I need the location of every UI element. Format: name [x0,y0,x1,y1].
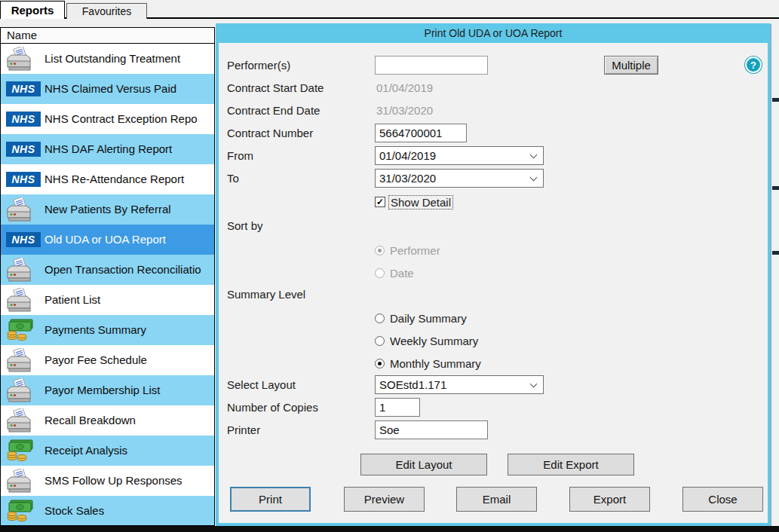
list-item[interactable]: NHSNHS Re-Attendance Report [1,164,214,194]
contract-end-label: Contract End Date [227,103,320,118]
tab-reports-label: Reports [11,4,54,17]
money-icon [5,315,43,345]
from-dropdown[interactable]: 01/04/2019 [375,146,544,165]
list-item[interactable]: NHSOld UDA or UOA Report [1,225,214,255]
printer-icon [5,405,43,436]
radio-option[interactable]: Weekly Summary [375,334,478,347]
tab-favourites-label: Favourites [82,5,131,17]
printer-input[interactable]: Soe [375,420,488,439]
printer-icon [5,194,43,225]
nhs-icon: NHS [5,74,43,104]
chevron-down-icon [530,381,538,388]
list-item-label: Payor Membership List [44,375,160,405]
list-item[interactable]: Payor Membership List [1,375,214,405]
preview-button[interactable]: Preview [344,487,425,512]
nhs-icon: NHS [5,225,43,255]
radio-option[interactable]: Monthly Summary [375,356,481,370]
radio-option-label: Performer [390,244,440,257]
list-item[interactable]: NHSNHS Contract Exception Repo [1,104,214,134]
nhs-icon: NHS [5,104,43,134]
list-item[interactable]: Recall Breakdown [1,405,214,436]
money-icon [5,436,43,466]
list-item-label: Open Transaction Reconciliatio [44,255,201,285]
window-edge-mark [772,98,779,102]
radio-button-icon [375,246,385,255]
contract-end-value: 31/03/2020 [376,103,433,118]
report-list: List Outstanding TreatmentNHSNHS Claimed… [1,44,214,526]
list-item-label: New Patients By Referral [44,194,171,225]
list-item-label: Payor Fee Schedule [44,345,147,375]
list-item-label: NHS Re-Attendance Report [44,164,184,194]
multiple-button[interactable]: Multiple [604,56,658,75]
list-item-label: Receipt Analysis [44,436,127,466]
tab-reports[interactable]: Reports [0,1,65,19]
radio-button-icon[interactable] [375,336,385,346]
from-dropdown-value: 01/04/2019 [379,149,436,162]
list-item-label: NHS DAF Alerting Report [44,134,172,164]
contract-number-input[interactable]: 5664700001 [375,124,467,142]
to-dropdown[interactable]: 31/03/2020 [375,169,544,188]
radio-option-label: Daily Summary [390,312,467,325]
list-column-header-name[interactable]: Name [1,28,214,44]
radio-option: Date [375,266,414,280]
to-dropdown-value: 31/03/2020 [379,172,436,185]
radio-option-label: Weekly Summary [390,335,478,347]
printer-icon [5,345,43,375]
close-button[interactable]: Close [682,487,763,512]
list-item[interactable]: Open Transaction Reconciliatio [1,255,214,285]
list-item[interactable]: Stock Sales [1,496,214,526]
window-edge-mark [772,251,779,255]
copies-input[interactable]: 1 [375,398,420,417]
list-item[interactable]: Patient List [1,285,214,315]
nhs-icon: NHS [5,164,43,194]
list-item[interactable]: Receipt Analysis [1,436,214,466]
export-button[interactable]: Export [569,487,650,512]
select-layout-dropdown[interactable]: SOEstd1.171 [375,375,544,394]
radio-button-icon[interactable] [375,359,385,368]
tab-favourites[interactable]: Favourites [66,3,147,19]
performers-input[interactable] [375,56,488,75]
from-label: From [227,148,253,164]
chevron-down-icon [530,174,538,182]
print-button[interactable]: Print [230,487,311,512]
window-bottom-bar [0,526,779,532]
radio-option[interactable]: Daily Summary [375,311,467,325]
money-icon [5,496,43,526]
list-item-label: Patient List [44,285,100,315]
list-item-label: SMS Follow Up Responses [44,466,182,496]
contract-number-label: Contract Number [227,126,313,141]
nhs-icon: NHS [5,134,43,164]
list-item[interactable]: NHSNHS Claimed Versus Paid [1,74,214,104]
email-button[interactable]: Email [456,487,537,512]
list-item[interactable]: SMS Follow Up Responses [1,466,214,496]
list-item-label: Stock Sales [44,496,104,526]
show-detail-checkbox[interactable] [375,197,385,207]
radio-button-icon[interactable] [375,313,385,323]
list-item-label: Old UDA or UOA Report [44,225,166,255]
performers-label: Performer(s) [227,58,290,73]
dialog-title: Print Old UDA or UOA Report [216,23,771,43]
list-item-label: NHS Contract Exception Repo [44,104,198,134]
chevron-down-icon [530,151,538,159]
list-item[interactable]: NHSNHS DAF Alerting Report [1,134,214,164]
print-report-dialog: Print Old UDA or UOA Report ? Performer(… [216,23,771,526]
printer-icon [5,466,43,496]
edit-export-button[interactable]: Edit Export [508,454,634,475]
printer-icon [5,375,43,405]
list-item-label: List Outstanding Treatment [44,44,180,74]
radio-button-icon [375,268,385,278]
help-icon[interactable]: ? [745,57,762,73]
list-item[interactable]: Payor Fee Schedule [1,345,214,375]
list-item[interactable]: List Outstanding Treatment [1,44,214,74]
list-item[interactable]: New Patients By Referral [1,194,214,225]
radio-option-label: Date [390,267,414,280]
summary-level-label: Summary Level [227,287,305,302]
contract-start-value: 01/04/2019 [376,81,433,96]
select-layout-value: SOEstd1.171 [379,378,446,391]
edit-layout-button[interactable]: Edit Layout [360,454,487,475]
app-window: Reports Favourites Name List Outstanding… [0,0,779,532]
show-detail-label[interactable]: Show Detail [388,195,453,209]
list-item[interactable]: Payments Summary [1,315,214,345]
printer-icon [5,255,43,285]
radio-option-label: Monthly Summary [390,357,481,370]
